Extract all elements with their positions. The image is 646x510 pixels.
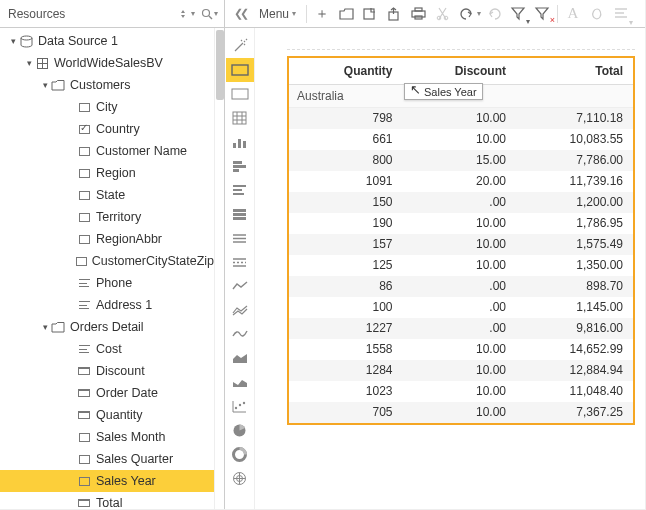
table-row[interactable]: 150.001,200.00: [289, 192, 633, 213]
tree-node[interactable]: Territory: [0, 206, 214, 228]
rect-icon[interactable]: [226, 58, 254, 82]
table-row[interactable]: 19010.001,786.95: [289, 213, 633, 234]
lines-icon[interactable]: [226, 226, 254, 250]
svg-rect-9: [415, 8, 422, 11]
column-chart-icon[interactable]: [226, 130, 254, 154]
table-row[interactable]: 66110.0010,083.55: [289, 129, 633, 150]
table-row[interactable]: 80015.007,786.00: [289, 150, 633, 171]
table-row[interactable]: 79810.007,110.18: [289, 108, 633, 129]
open-icon[interactable]: [335, 3, 357, 25]
dash-lines-icon[interactable]: [226, 250, 254, 274]
sort-icon[interactable]: [180, 9, 190, 19]
svg-rect-16: [232, 65, 248, 75]
table-row[interactable]: 100.001,145.00: [289, 297, 633, 318]
node-label: State: [96, 188, 125, 202]
tree-node[interactable]: Country: [0, 118, 214, 140]
tree-scrollbar[interactable]: [214, 28, 224, 509]
canvas[interactable]: QuantityDiscountTotal Australia ↖ Sales …: [255, 28, 645, 509]
bar-chart-icon[interactable]: [226, 154, 254, 178]
search-icon[interactable]: [201, 8, 213, 20]
rect-outline-icon[interactable]: [226, 82, 254, 106]
sunburst-icon[interactable]: [226, 466, 254, 490]
tree-node[interactable]: Cost: [0, 338, 214, 360]
cell: 125: [289, 255, 403, 276]
tree-node[interactable]: RegionAbbr: [0, 228, 214, 250]
svg-rect-25: [243, 141, 246, 148]
collapse-arrow-icon[interactable]: ▾: [24, 58, 34, 68]
table-row[interactable]: 155810.0014,652.99: [289, 339, 633, 360]
node-icon: [76, 452, 92, 466]
collapse-arrow-icon[interactable]: ▾: [40, 322, 50, 332]
tree-node[interactable]: State: [0, 184, 214, 206]
tree-node[interactable]: Customer Name: [0, 140, 214, 162]
report-table[interactable]: QuantityDiscountTotal Australia ↖ Sales …: [287, 56, 635, 425]
table-row[interactable]: 70510.007,367.25: [289, 402, 633, 423]
scatter-icon[interactable]: [226, 394, 254, 418]
tree-node[interactable]: Sales Month: [0, 426, 214, 448]
collapse-arrow-icon[interactable]: ▾: [40, 80, 50, 90]
svg-point-0: [203, 9, 210, 16]
save-icon[interactable]: [359, 3, 381, 25]
tree-node[interactable]: ▾WorldWideSalesBV: [0, 52, 214, 74]
tree-node[interactable]: Phone: [0, 272, 214, 294]
cell: 10.00: [403, 381, 517, 402]
collapse-arrow-icon[interactable]: ▾: [8, 36, 18, 46]
grid-icon[interactable]: [226, 106, 254, 130]
tree-node[interactable]: Sales Year: [0, 470, 214, 492]
hbar-chart-icon[interactable]: [226, 178, 254, 202]
tree-node[interactable]: CustomerCityStateZip: [0, 250, 214, 272]
sort-dir-icon[interactable]: ▾: [191, 9, 195, 18]
multiline-icon[interactable]: [226, 298, 254, 322]
table-row[interactable]: 86.00898.70: [289, 276, 633, 297]
search-dir-icon[interactable]: ▾: [214, 9, 218, 18]
export-icon[interactable]: [383, 3, 405, 25]
pie-icon[interactable]: [226, 418, 254, 442]
tree-node[interactable]: Quantity: [0, 404, 214, 426]
column-header[interactable]: Discount: [403, 58, 517, 85]
tree-node[interactable]: Total: [0, 492, 214, 509]
resources-tree[interactable]: ▾Data Source 1▾WorldWideSalesBV▾Customer…: [0, 28, 214, 509]
filter-icon[interactable]: ▾: [507, 3, 529, 25]
table-row[interactable]: 15710.001,575.49: [289, 234, 633, 255]
collapse-icon[interactable]: ❮❮: [229, 3, 251, 25]
node-icon: [76, 210, 92, 224]
tree-node[interactable]: ▾Customers: [0, 74, 214, 96]
tree-node[interactable]: ▾Data Source 1: [0, 30, 214, 52]
stack-bar-icon[interactable]: [226, 202, 254, 226]
spline-icon[interactable]: [226, 322, 254, 346]
tree-node[interactable]: Sales Quarter: [0, 448, 214, 470]
node-icon: [76, 122, 92, 136]
donut-icon[interactable]: [226, 442, 254, 466]
table-row[interactable]: 1227.009,816.00: [289, 318, 633, 339]
node-icon: [76, 408, 92, 422]
undo-menu-icon[interactable]: ▾: [477, 9, 481, 18]
column-header[interactable]: Total: [516, 58, 633, 85]
node-label: Customer Name: [96, 144, 187, 158]
table-row[interactable]: 109120.0011,739.16: [289, 171, 633, 192]
tree-node[interactable]: Order Date: [0, 382, 214, 404]
tree-node[interactable]: Region: [0, 162, 214, 184]
tree-node[interactable]: ▾Orders Detail: [0, 316, 214, 338]
cell: 10.00: [403, 129, 517, 150]
cell: 10.00: [403, 255, 517, 276]
menu-button[interactable]: Menu ▾: [253, 3, 302, 25]
area-chart-icon[interactable]: [226, 346, 254, 370]
tree-node[interactable]: City: [0, 96, 214, 118]
wand-icon[interactable]: [226, 34, 254, 58]
svg-point-43: [243, 401, 245, 403]
column-header[interactable]: Quantity: [289, 58, 403, 85]
tree-node[interactable]: Discount: [0, 360, 214, 382]
table-row[interactable]: 12510.001,350.00: [289, 255, 633, 276]
tree-node[interactable]: Address 1: [0, 294, 214, 316]
area2-chart-icon[interactable]: [226, 370, 254, 394]
svg-rect-24: [238, 139, 241, 148]
table-row[interactable]: 128410.0012,884.94: [289, 360, 633, 381]
filter-clear-icon[interactable]: ×: [531, 3, 553, 25]
line-chart-icon[interactable]: [226, 274, 254, 298]
table-row[interactable]: 102310.0011,048.40: [289, 381, 633, 402]
cell: 190: [289, 213, 403, 234]
print-icon[interactable]: [407, 3, 429, 25]
cell: 11,739.16: [516, 171, 633, 192]
add-icon[interactable]: ＋: [311, 3, 333, 25]
undo-icon[interactable]: [455, 3, 477, 25]
